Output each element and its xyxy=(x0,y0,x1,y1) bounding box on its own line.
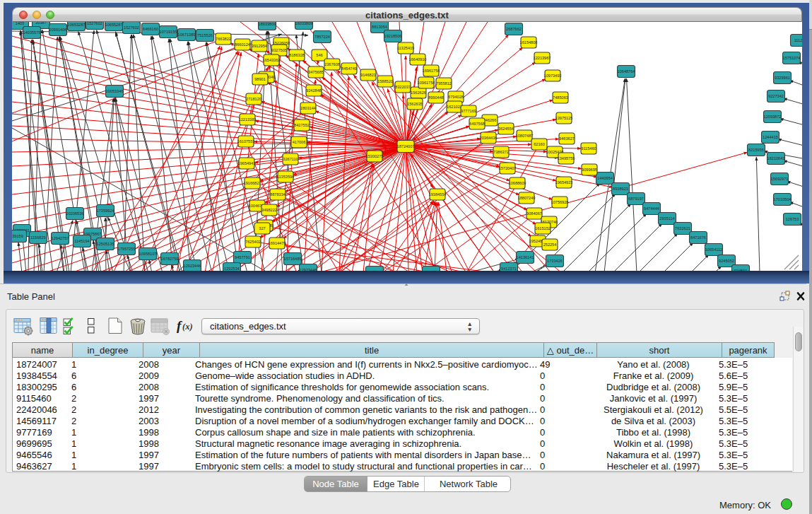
svg-text:16107553: 16107553 xyxy=(237,139,255,144)
svg-text:16543362: 16543362 xyxy=(263,58,281,62)
svg-text:1156829: 1156829 xyxy=(30,235,45,240)
svg-text:8660124: 8660124 xyxy=(235,42,250,47)
svg-text:15716485: 15716485 xyxy=(284,257,302,261)
svg-text:10648764: 10648764 xyxy=(618,69,635,74)
svg-text:7632621: 7632621 xyxy=(675,226,690,230)
svg-text:9463627: 9463627 xyxy=(559,136,575,141)
svg-text:6466160: 6466160 xyxy=(143,27,158,31)
svg-text:1733426: 1733426 xyxy=(547,259,563,263)
svg-text:989215: 989215 xyxy=(368,270,382,271)
svg-text:16961758: 16961758 xyxy=(423,69,440,73)
svg-text:12213967: 12213967 xyxy=(534,56,551,60)
svg-text:1440954: 1440954 xyxy=(597,176,613,180)
svg-text:12923446: 12923446 xyxy=(184,264,201,268)
svg-text:9457791: 9457791 xyxy=(235,255,250,259)
svg-text:16640910: 16640910 xyxy=(409,57,427,62)
svg-text:417006: 417006 xyxy=(293,140,306,144)
svg-text:9474444: 9474444 xyxy=(644,206,659,211)
svg-text:19218506: 19218506 xyxy=(384,34,402,38)
svg-text:10655287: 10655287 xyxy=(105,23,123,27)
svg-text:8813054: 8813054 xyxy=(372,25,387,29)
svg-text:20206536: 20206536 xyxy=(66,211,84,216)
svg-text:9329961: 9329961 xyxy=(775,76,790,80)
svg-text:16914479: 16914479 xyxy=(269,241,286,245)
svg-text:1562635: 1562635 xyxy=(407,102,423,106)
svg-text:62160: 62160 xyxy=(534,142,545,146)
svg-text:9146821: 9146821 xyxy=(360,73,376,77)
svg-text:8471676: 8471676 xyxy=(690,235,706,240)
svg-text:18807249: 18807249 xyxy=(518,196,536,200)
svg-text:327: 327 xyxy=(259,226,265,230)
svg-text:3624554: 3624554 xyxy=(498,127,514,131)
svg-text:6497568: 6497568 xyxy=(469,122,485,126)
svg-text:126753: 126753 xyxy=(786,217,799,221)
svg-text:7386372: 7386372 xyxy=(493,150,509,154)
svg-text:7515526: 7515526 xyxy=(197,33,213,37)
svg-text:15692971: 15692971 xyxy=(771,177,789,181)
svg-text:17957255: 17957255 xyxy=(118,247,136,251)
svg-text:11353594: 11353594 xyxy=(277,175,294,179)
svg-text:1244415: 1244415 xyxy=(763,135,778,139)
svg-text:1621022: 1621022 xyxy=(447,105,462,109)
svg-text:10756928: 10756928 xyxy=(551,200,569,204)
svg-text:3475685: 3475685 xyxy=(308,70,324,74)
svg-text:12213383: 12213383 xyxy=(239,117,257,122)
svg-text:11123: 11123 xyxy=(794,38,802,42)
svg-text:10973493: 10973493 xyxy=(544,74,562,78)
svg-text:8938923: 8938923 xyxy=(613,187,628,191)
svg-text:252254: 252254 xyxy=(543,243,557,247)
svg-text:8186328: 8186328 xyxy=(289,53,305,57)
svg-text:13495759: 13495759 xyxy=(558,156,575,160)
svg-text:16782759: 16782759 xyxy=(161,257,179,261)
svg-text:1527602: 1527602 xyxy=(87,22,102,25)
svg-text:19166827: 19166827 xyxy=(244,181,261,185)
svg-text:8990448: 8990448 xyxy=(428,95,444,100)
svg-text:20387: 20387 xyxy=(35,22,47,25)
svg-text:8427552: 8427552 xyxy=(294,123,310,127)
svg-text:2935114: 2935114 xyxy=(659,216,674,221)
svg-text:9245052: 9245052 xyxy=(719,259,734,263)
svg-text:2803144: 2803144 xyxy=(300,106,316,110)
svg-text:10671385: 10671385 xyxy=(178,33,196,37)
svg-text:19654923: 19654923 xyxy=(555,180,573,185)
svg-text:f: f xyxy=(177,318,182,333)
svg-text:15720407: 15720407 xyxy=(499,166,517,170)
svg-text:17010504: 17010504 xyxy=(774,197,792,201)
svg-text:10807487: 10807487 xyxy=(516,134,534,138)
svg-text:10653287: 10653287 xyxy=(68,23,86,27)
svg-text:6794028: 6794028 xyxy=(448,95,464,99)
svg-text:19384554: 19384554 xyxy=(429,192,447,197)
svg-text:9777169: 9777169 xyxy=(461,109,476,113)
svg-text:14136141: 14136141 xyxy=(517,255,534,259)
svg-text:12942757: 12942757 xyxy=(52,236,69,240)
svg-text:8322037: 8322037 xyxy=(395,85,411,89)
svg-text:18933809: 18933809 xyxy=(259,22,276,26)
svg-text:7625402: 7625402 xyxy=(245,240,261,244)
svg-text:1145194: 1145194 xyxy=(74,239,89,243)
svg-text:19654943: 19654943 xyxy=(238,161,256,165)
svg-text:9099695: 9099695 xyxy=(582,168,597,172)
svg-text:15751074: 15751074 xyxy=(783,56,801,60)
svg-text:7485063: 7485063 xyxy=(553,95,568,100)
svg-text:11325419: 11325419 xyxy=(397,46,414,50)
svg-text:13975125: 13975125 xyxy=(555,116,573,120)
svg-text:12923446: 12923446 xyxy=(300,268,317,271)
svg-text:8878334: 8878334 xyxy=(270,192,286,197)
svg-text:20053346: 20053346 xyxy=(106,89,124,93)
svg-text:1292534: 1292534 xyxy=(224,267,240,271)
svg-text:3912954: 3912954 xyxy=(252,44,267,48)
svg-text:12093872: 12093872 xyxy=(764,115,782,119)
svg-text:14035575: 14035575 xyxy=(23,30,41,35)
svg-text:39159: 39159 xyxy=(12,234,23,238)
svg-text:3267110: 3267110 xyxy=(283,157,298,161)
svg-text:9227342: 9227342 xyxy=(768,94,784,98)
svg-text:1527602: 1527602 xyxy=(124,25,139,30)
svg-text:8215955: 8215955 xyxy=(748,148,764,152)
svg-text:924501: 924501 xyxy=(734,269,748,271)
svg-text:761245: 761245 xyxy=(425,270,438,271)
svg-text:9327505: 9327505 xyxy=(271,48,287,52)
svg-text:18724007: 18724007 xyxy=(397,144,415,148)
svg-text:7857224: 7857224 xyxy=(314,35,330,39)
svg-text:16033809: 16033809 xyxy=(295,22,313,25)
svg-text:9242848: 9242848 xyxy=(306,88,322,93)
